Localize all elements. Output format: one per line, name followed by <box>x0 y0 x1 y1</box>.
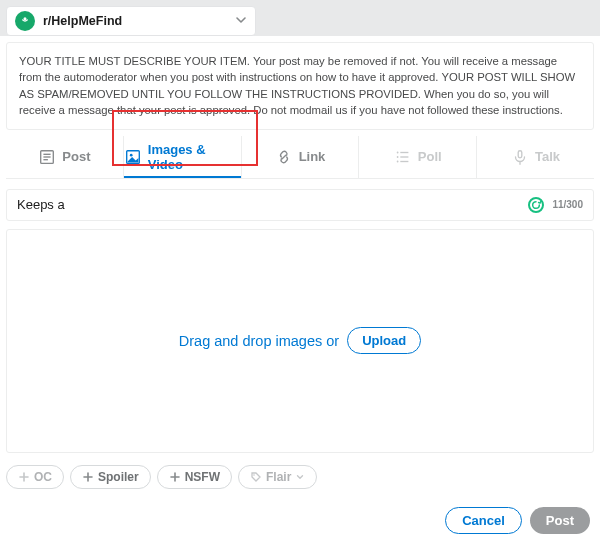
tab-post-label: Post <box>62 149 90 164</box>
svg-point-7 <box>130 153 133 156</box>
tab-poll: Poll <box>359 136 477 178</box>
title-input[interactable] <box>17 197 520 212</box>
flair-label: Flair <box>266 470 291 484</box>
dropzone-text: Drag and drop images or <box>179 333 339 349</box>
upload-dropzone[interactable]: Drag and drop images or Upload <box>6 229 594 453</box>
tag-icon <box>250 471 262 483</box>
chevron-down-icon <box>295 472 305 482</box>
tab-post[interactable]: Post <box>6 136 124 178</box>
spoiler-pill[interactable]: Spoiler <box>70 465 151 489</box>
grammarly-icon[interactable] <box>528 197 544 213</box>
char-counter: 11/300 <box>552 199 583 210</box>
tab-talk-label: Talk <box>535 149 560 164</box>
oc-label: OC <box>34 470 52 484</box>
community-selector[interactable]: r/HelpMeFind <box>6 6 256 36</box>
chevron-down-icon <box>235 12 247 30</box>
tab-images-label: Images & Video <box>148 142 241 172</box>
svg-point-10 <box>397 156 399 158</box>
svg-point-15 <box>253 474 255 476</box>
spoiler-label: Spoiler <box>98 470 139 484</box>
cancel-button[interactable]: Cancel <box>445 507 522 534</box>
community-avatar-icon <box>15 11 35 31</box>
image-icon <box>124 148 142 166</box>
post-icon <box>38 148 56 166</box>
flair-pill: Flair <box>238 465 317 489</box>
plus-icon <box>169 471 181 483</box>
svg-point-12 <box>397 160 399 162</box>
nsfw-pill[interactable]: NSFW <box>157 465 232 489</box>
post-type-tabs: Post Images & Video Link Poll Talk <box>6 136 594 179</box>
svg-rect-14 <box>518 150 522 157</box>
plus-icon <box>18 471 30 483</box>
community-name: r/HelpMeFind <box>43 14 235 28</box>
svg-point-8 <box>397 151 399 153</box>
tab-talk: Talk <box>477 136 594 178</box>
action-row: Cancel Post <box>6 507 590 534</box>
post-button[interactable]: Post <box>530 507 590 534</box>
topbar: r/HelpMeFind <box>0 0 600 36</box>
tab-link-label: Link <box>299 149 326 164</box>
tab-images-video[interactable]: Images & Video <box>124 136 242 178</box>
mic-icon <box>511 148 529 166</box>
upload-button[interactable]: Upload <box>347 327 421 354</box>
nsfw-label: NSFW <box>185 470 220 484</box>
link-icon <box>275 148 293 166</box>
plus-icon <box>82 471 94 483</box>
poll-icon <box>394 148 412 166</box>
tab-poll-label: Poll <box>418 149 442 164</box>
rules-message: YOUR TITLE MUST DESCRIBE YOUR ITEM. Your… <box>6 42 594 130</box>
tag-pills-row: OC Spoiler NSFW Flair <box>6 465 594 489</box>
svg-point-1 <box>23 17 26 20</box>
title-field-container: 11/300 <box>6 189 594 221</box>
oc-pill: OC <box>6 465 64 489</box>
tab-link[interactable]: Link <box>242 136 360 178</box>
